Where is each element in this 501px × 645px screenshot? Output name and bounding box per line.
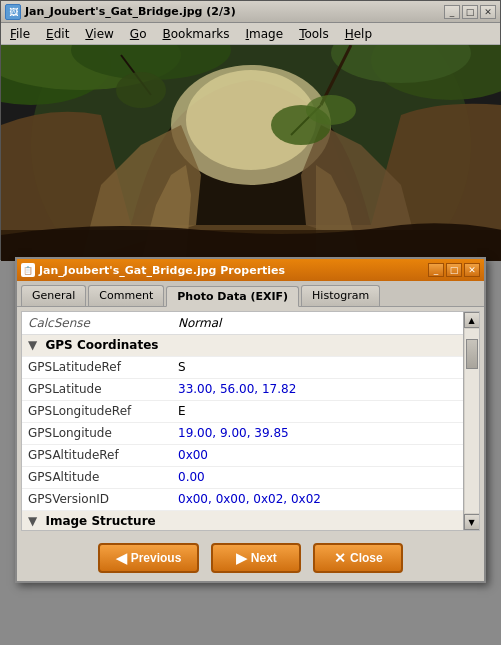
exif-value: 33.00, 56.00, 17.82 [172,378,463,400]
previous-label: Previous [131,551,182,565]
main-window-title: Jan_Joubert's_Gat_Bridge.jpg (2/3) [25,5,236,18]
exif-key: GPSAltitudeRef [22,444,172,466]
properties-dialog: 📋 Jan_Joubert's_Gat_Bridge.jpg Propertie… [15,257,486,583]
exif-value: 19.00, 9.00, 39.85 [172,422,463,444]
exif-value: E [172,400,463,422]
next-label: Next [251,551,277,565]
maximize-button[interactable]: □ [462,5,478,19]
props-maximize-button[interactable]: □ [446,263,462,277]
menu-file[interactable]: File [3,24,37,44]
tab-histogram[interactable]: Histogram [301,285,380,306]
main-titlebar: 🖼 Jan_Joubert's_Gat_Bridge.jpg (2/3) _ □… [1,1,500,23]
exif-table-container: CalcSense Normal ▼ GPS Coordinates GPSLa… [22,312,463,530]
exif-content: CalcSense Normal ▼ GPS Coordinates GPSLa… [21,311,480,531]
gps-section-label: GPS Coordinates [45,338,158,352]
exif-table: CalcSense Normal ▼ GPS Coordinates GPSLa… [22,312,463,530]
scroll-track [465,329,479,513]
menu-help[interactable]: Help [338,24,379,44]
exif-value: Normal [172,312,463,334]
table-row: GPSLatitude 33.00, 56.00, 17.82 [22,378,463,400]
next-icon: ▶ [236,550,247,566]
menubar: File Edit View Go Bookmarks Image Tools … [1,23,500,45]
minimize-button[interactable]: _ [444,5,460,19]
table-row: GPSLatitudeRef S [22,356,463,378]
close-icon: ✕ [334,550,346,566]
close-main-button[interactable]: ✕ [480,5,496,19]
exif-key: GPSVersionID [22,488,172,510]
exif-key: GPSLatitude [22,378,172,400]
main-window-controls: _ □ ✕ [444,5,496,19]
next-button[interactable]: ▶ Next [211,543,301,573]
section-toggle-icon: ▼ [28,514,37,528]
close-button[interactable]: ✕ Close [313,543,403,573]
app-icon: 🖼 [5,4,21,20]
exif-value: 0x00, 0x00, 0x02, 0x02 [172,488,463,510]
image-structure-label: Image Structure [45,514,155,528]
scroll-down-button[interactable]: ▼ [464,514,480,530]
table-row: GPSLongitudeRef E [22,400,463,422]
props-window-title: Jan_Joubert's_Gat_Bridge.jpg Properties [39,264,285,277]
previous-icon: ◀ [116,550,127,566]
close-label: Close [350,551,383,565]
tabs-bar: General Comment Photo Data (EXIF) Histog… [17,281,484,307]
scroll-up-button[interactable]: ▲ [464,312,480,328]
buttons-area: ◀ Previous ▶ Next ✕ Close [17,535,484,581]
table-row: GPSLongitude 19.00, 9.00, 39.85 [22,422,463,444]
exif-key: GPSLongitudeRef [22,400,172,422]
main-window: 🖼 Jan_Joubert's_Gat_Bridge.jpg (2/3) _ □… [0,0,501,260]
scroll-thumb[interactable] [466,339,478,369]
table-row: GPSAltitude 0.00 [22,466,463,488]
tab-photo-data-exif[interactable]: Photo Data (EXIF) [166,286,299,307]
exif-key: GPSAltitude [22,466,172,488]
photo-display [1,45,501,261]
table-row: CalcSense Normal [22,312,463,334]
tab-general[interactable]: General [21,285,86,306]
exif-key: GPSLongitude [22,422,172,444]
scrollbar[interactable]: ▲ ▼ [463,312,479,530]
exif-value: 0.00 [172,466,463,488]
props-titlebar: 📋 Jan_Joubert's_Gat_Bridge.jpg Propertie… [17,259,484,281]
table-row: GPSVersionID 0x00, 0x00, 0x02, 0x02 [22,488,463,510]
menu-edit[interactable]: Edit [39,24,76,44]
props-icon: 📋 [21,263,35,277]
previous-button[interactable]: ◀ Previous [98,543,200,573]
svg-point-14 [116,72,166,108]
menu-view[interactable]: View [78,24,120,44]
tab-comment[interactable]: Comment [88,285,164,306]
props-window-controls: _ □ ✕ [428,263,480,277]
menu-go[interactable]: Go [123,24,154,44]
menu-image[interactable]: Image [239,24,291,44]
menu-bookmarks[interactable]: Bookmarks [155,24,236,44]
svg-point-12 [306,95,356,125]
exif-value: S [172,356,463,378]
menu-tools[interactable]: Tools [292,24,336,44]
exif-value: 0x00 [172,444,463,466]
section-toggle-icon: ▼ [28,338,37,352]
exif-key: GPSLatitudeRef [22,356,172,378]
table-row: GPSAltitudeRef 0x00 [22,444,463,466]
props-close-button[interactable]: ✕ [464,263,480,277]
image-structure-section-header: ▼ Image Structure [22,510,463,530]
gps-section-header: ▼ GPS Coordinates [22,334,463,356]
props-minimize-button[interactable]: _ [428,263,444,277]
exif-key: CalcSense [22,312,172,334]
